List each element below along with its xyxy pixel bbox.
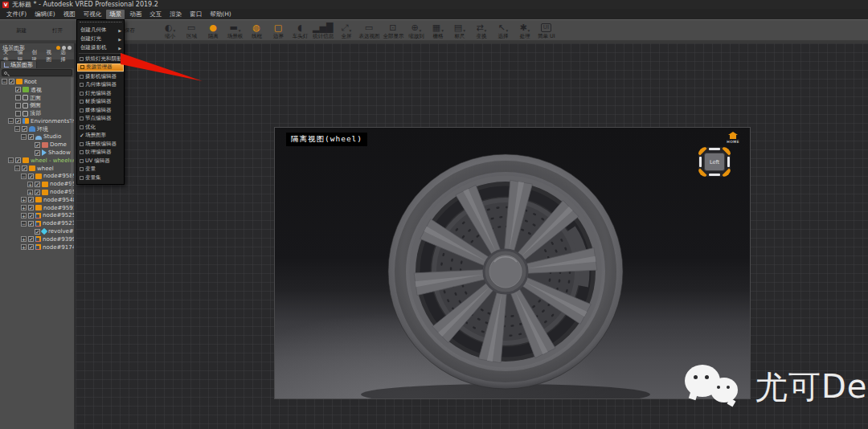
menu-item[interactable]: 场景图形: [77, 132, 124, 141]
expand-toggle-icon[interactable]: −: [8, 157, 14, 163]
menu-item-submenu[interactable]: 创建摄影机 ▶: [77, 43, 124, 52]
cube-face[interactable]: Left: [704, 153, 725, 171]
visibility-checkbox[interactable]: [22, 165, 27, 171]
expand-toggle-icon[interactable]: −: [21, 174, 27, 179]
toolbar-button[interactable]: ◍ 线框: [246, 20, 268, 40]
menubar-item[interactable]: 文件(F): [3, 10, 30, 19]
toolbar-button[interactable]: UI 简单 UI: [535, 20, 557, 40]
menu-item[interactable]: 灯光编辑器: [77, 89, 124, 98]
toolbar-button[interactable]: ▭ 区域: [181, 20, 203, 40]
menubar-item[interactable]: 帮助(H): [207, 10, 235, 19]
search-input[interactable]: [2, 69, 72, 76]
visibility-checkbox[interactable]: [28, 174, 34, 179]
expand-toggle-icon[interactable]: +: [21, 236, 27, 242]
toolbar-button[interactable]: ● 隔离: [203, 20, 224, 40]
menu-item-submenu[interactable]: 创建几何体 ▶: [77, 26, 124, 35]
expand-toggle-icon[interactable]: +: [21, 197, 27, 202]
tree-row[interactable]: Dome: [0, 141, 74, 149]
cube-edge-icon[interactable]: [727, 157, 730, 167]
visibility-checkbox[interactable]: [28, 244, 34, 250]
visibility-checkbox[interactable]: [22, 126, 27, 132]
visibility-checkbox[interactable]: [35, 190, 40, 195]
visibility-checkbox[interactable]: [15, 157, 21, 163]
tree-row[interactable]: 透视: [0, 86, 74, 94]
menubar-item[interactable]: 渲染: [166, 10, 185, 19]
menu-item[interactable]: 变量: [77, 165, 124, 174]
tree-row[interactable]: + node#9591: [0, 204, 74, 212]
tree-row[interactable]: + node#9525: [0, 212, 74, 220]
visibility-checkbox[interactable]: [28, 197, 34, 202]
toolbar-button[interactable]: ▭ 表达视图: [357, 20, 381, 40]
expand-toggle-icon[interactable]: −: [2, 79, 7, 84]
tree-row[interactable]: − EnvironmentsTrans: [0, 117, 74, 125]
home-button[interactable]: HOME: [727, 132, 739, 144]
expand-toggle-icon[interactable]: −: [8, 118, 14, 124]
tree-row[interactable]: + node#9174: [0, 243, 74, 251]
menu-item-submenu[interactable]: 创建灯光 ▶: [77, 35, 124, 43]
menubar-item[interactable]: 交互: [146, 10, 165, 19]
tree-row[interactable]: + node#958: [0, 188, 74, 196]
tree-row[interactable]: − wheel: [0, 165, 74, 173]
visibility-checkbox[interactable]: [15, 95, 21, 100]
tree-row[interactable]: − node#9589: [0, 173, 74, 181]
expand-toggle-icon[interactable]: −: [14, 165, 20, 171]
toolbar-button[interactable]: ⤢▾ 全屏: [335, 20, 357, 40]
visibility-checkbox[interactable]: [15, 87, 21, 92]
menubar-item[interactable]: 场景: [106, 10, 125, 19]
tree-scrollbar[interactable]: [71, 77, 73, 198]
cube-edge-icon[interactable]: [709, 174, 720, 176]
visibility-checkbox[interactable]: [9, 79, 14, 84]
menu-item[interactable]: 摄影机编辑器: [77, 72, 124, 81]
visibility-checkbox[interactable]: [28, 205, 34, 210]
menu-item[interactable]: 材质编辑器: [77, 98, 124, 107]
cube-edge-icon[interactable]: [699, 157, 702, 167]
tree-row[interactable]: − wheel - wheelwire: [0, 157, 74, 165]
tree-row[interactable]: 侧面: [0, 101, 74, 109]
menubar-item[interactable]: 窗口: [186, 10, 205, 19]
tab-scenegraph[interactable]: 场景图形: [0, 60, 37, 68]
toolbar-button[interactable]: ▂▅█ 统计信息: [311, 20, 335, 40]
toolbar-button[interactable]: ◐▾ 缩小: [159, 20, 181, 40]
panel-menu-item[interactable]: 选择: [60, 49, 71, 63]
view-cube[interactable]: Left: [698, 147, 731, 177]
toolbar-file-button[interactable]: 打开: [39, 20, 76, 40]
toolbar-button[interactable]: ▦▾ 栅格: [427, 20, 448, 40]
toolbar-button[interactable]: ◖ 车头灯: [289, 20, 311, 40]
menu-item[interactable]: 资源管理器: [77, 63, 124, 72]
visibility-checkbox[interactable]: [15, 118, 21, 124]
menu-item[interactable]: 烘焙灯光和阴影: [77, 55, 124, 63]
menu-item[interactable]: 优化: [77, 123, 124, 132]
expand-toggle-icon[interactable]: +: [21, 205, 27, 210]
panel-menu-item[interactable]: 视图: [46, 49, 56, 63]
menubar-item[interactable]: 可视化: [80, 10, 105, 19]
visibility-checkbox[interactable]: [35, 182, 40, 187]
tree-row[interactable]: revolve#1: [0, 227, 74, 235]
toolbar-button[interactable]: ⇄▾ 变换: [470, 20, 492, 40]
tree-row[interactable]: + node#9548: [0, 196, 74, 204]
tree-row[interactable]: 顶部: [0, 109, 74, 117]
tree-row[interactable]: 正面: [0, 94, 74, 102]
menubar-item[interactable]: 视图: [60, 10, 79, 19]
tree-row[interactable]: − Studio: [0, 133, 74, 141]
tree-row[interactable]: − Root: [0, 78, 74, 86]
menubar-item[interactable]: 编辑(E): [31, 10, 59, 19]
visibility-checkbox[interactable]: [15, 111, 21, 116]
visibility-checkbox[interactable]: [35, 229, 40, 235]
tree-row[interactable]: − node#9523: [0, 219, 74, 227]
expand-toggle-icon[interactable]: +: [21, 213, 27, 219]
visibility-checkbox[interactable]: [28, 134, 34, 140]
menu-item[interactable]: 纹理编辑器: [77, 149, 124, 157]
expand-toggle-icon[interactable]: +: [27, 190, 33, 195]
menu-item[interactable]: UV 编辑器: [77, 157, 124, 165]
tree-row[interactable]: − 环境: [0, 125, 74, 133]
menubar-item[interactable]: 动画: [126, 10, 145, 19]
tree-row[interactable]: + node#9399: [0, 235, 74, 243]
cube-edge-icon[interactable]: [709, 148, 720, 150]
render-viewport[interactable]: 隔离视图(wheel) HOME Left: [274, 127, 751, 399]
visibility-checkbox[interactable]: [28, 236, 34, 242]
toolbar-button[interactable]: ▤▾ 标尺: [448, 20, 470, 40]
menu-item[interactable]: 场景板编辑器: [77, 140, 124, 149]
toolbar-button[interactable]: ↖▾ 选择: [492, 20, 514, 40]
expand-toggle-icon[interactable]: +: [27, 182, 33, 187]
expand-toggle-icon[interactable]: −: [21, 221, 27, 227]
